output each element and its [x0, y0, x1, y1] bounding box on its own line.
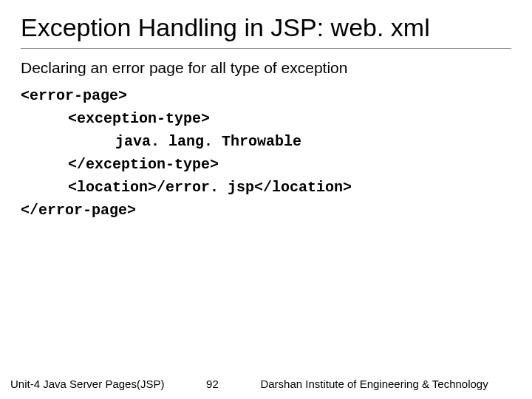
code-line: <error-page> [21, 87, 127, 104]
code-line: </exception-type> [68, 156, 219, 173]
code-line: </error-page> [21, 202, 136, 219]
code-line: <exception-type> [68, 110, 210, 127]
footer: Unit-4 Java Server Pages(JSP) 92 Darshan… [0, 378, 532, 390]
slide-subtitle: Declaring an error page for all type of … [21, 59, 511, 77]
footer-right: Darshan Institute of Engineering & Techn… [260, 378, 525, 390]
page-number: 92 [164, 378, 260, 390]
code-tag: <location> [68, 179, 157, 196]
code-line: java. lang. Throwable [115, 133, 301, 150]
code-tag: </location> [254, 179, 352, 196]
slide-title: Exception Handling in JSP: web. xml [21, 13, 511, 49]
footer-left: Unit-4 Java Server Pages(JSP) [7, 378, 164, 390]
code-text: /error. jsp [157, 179, 254, 196]
code-block: <error-page> <exception-type> java. lang… [21, 84, 511, 222]
